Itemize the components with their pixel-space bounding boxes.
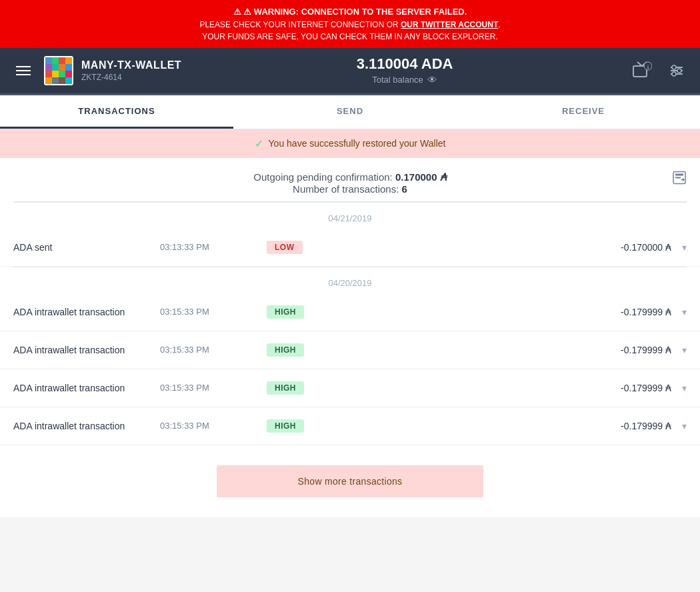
date-label-1: 04/20/2019 (13, 267, 687, 293)
svg-text:↓: ↓ (647, 63, 650, 70)
wallet-avatar (44, 56, 73, 85)
transaction-row[interactable]: ADA intrawallet transaction 03:15:33 PM … (0, 407, 700, 445)
main-content: ✓ You have successfully restored your Wa… (0, 129, 700, 517)
show-more-button[interactable]: Show more transactions (217, 465, 483, 497)
svg-rect-3 (59, 57, 65, 64)
tx-count: 6 (402, 183, 407, 195)
export-button[interactable] (672, 171, 687, 189)
tx-amount: -0.179999 ₳ (621, 345, 671, 355)
expand-icon-1-2[interactable]: ▾ (682, 383, 687, 393)
tab-transactions[interactable]: TRANSACTIONS (0, 95, 233, 129)
success-check-icon: ✓ (255, 137, 263, 150)
tx-name: ADA intrawallet transaction (13, 345, 160, 355)
warning-line2: PLEASE CHECK YOUR INTERNET CONNECTION OR… (13, 19, 687, 31)
tx-badge: LOW (267, 241, 333, 254)
svg-rect-14 (52, 77, 59, 84)
hamburger-line3 (16, 74, 31, 75)
warning-line1: ⚠ ⚠ WARNING: CONNECTION TO THE SERVER FA… (13, 5, 687, 19)
tx-name: ADA intrawallet transaction (13, 307, 160, 317)
svg-rect-10 (52, 71, 59, 77)
svg-rect-6 (52, 64, 59, 71)
tx-count-line: Number of transactions: 6 (13, 183, 687, 195)
transaction-row[interactable]: ADA sent 03:13:33 PM LOW -0.170000 ₳ ▾ (0, 229, 700, 267)
expand-icon-1-3[interactable]: ▾ (682, 421, 687, 431)
wallet-avatar-svg (44, 56, 73, 85)
svg-rect-27 (675, 174, 683, 176)
tx-amount: -0.179999 ₳ (621, 421, 671, 431)
tx-badge: HIGH (267, 343, 333, 357)
svg-rect-28 (675, 177, 681, 179)
settings-icon-svg (668, 62, 685, 79)
tx-amount: -0.179999 ₳ (621, 383, 671, 393)
tx-badge: HIGH (267, 305, 333, 319)
svg-rect-9 (45, 71, 52, 77)
ada-symbol-pending: ₳ (440, 171, 447, 183)
svg-point-25 (672, 72, 676, 76)
svg-rect-11 (59, 71, 65, 77)
svg-rect-2 (52, 57, 59, 64)
header: MANY-TX-WALLET ZKTZ-4614 3.110004 ADA To… (0, 48, 700, 93)
menu-button[interactable] (11, 61, 36, 81)
transaction-row[interactable]: ADA intrawallet transaction 03:15:33 PM … (0, 369, 700, 407)
wallet-receive-icon[interactable]: ↓ (628, 57, 656, 85)
tx-count-label: Number of transactions: (293, 183, 399, 195)
high-badge: HIGH (267, 343, 304, 357)
tx-badge: HIGH (267, 419, 333, 433)
tx-time: 03:15:33 PM (160, 345, 267, 355)
summary: Outgoing pending confirmation: 0.170000 … (0, 158, 700, 201)
pending-line: Outgoing pending confirmation: 0.170000 … (13, 171, 687, 183)
warning-line3: YOUR FUNDS ARE SAFE, YOU CAN CHECK THEM … (13, 31, 687, 43)
pending-label: Outgoing pending confirmation: (253, 171, 392, 183)
balance-label: Total balance 👁 (181, 74, 628, 85)
transaction-group-1: 04/20/2019 ADA intrawallet transaction 0… (0, 267, 700, 445)
header-left: MANY-TX-WALLET ZKTZ-4614 (11, 56, 181, 85)
visibility-toggle[interactable]: 👁 (427, 74, 437, 85)
tx-time: 03:15:33 PM (160, 421, 267, 431)
success-message: You have successfully restored your Wall… (269, 138, 446, 149)
tx-name: ADA intrawallet transaction (13, 421, 160, 431)
expand-icon-1-1[interactable]: ▾ (682, 345, 687, 355)
tab-send[interactable]: SEND (233, 95, 467, 129)
show-more-container: Show more transactions (0, 445, 700, 517)
transaction-row[interactable]: ADA intrawallet transaction 03:15:33 PM … (0, 293, 700, 331)
hamburger-line2 (16, 70, 31, 71)
wallet-id: ZKTZ-4614 (81, 73, 181, 82)
hamburger-line1 (16, 66, 31, 67)
pending-amount: 0.170000 (395, 171, 437, 183)
expand-icon-0-0[interactable]: ▾ (682, 242, 687, 253)
export-icon (672, 171, 687, 185)
twitter-link[interactable]: OUR TWITTER ACCOUNT (401, 20, 498, 29)
svg-rect-8 (65, 64, 72, 71)
svg-rect-7 (59, 64, 65, 71)
high-badge: HIGH (267, 305, 304, 319)
transaction-group-0: 04/21/2019 ADA sent 03:13:33 PM LOW -0.1… (0, 202, 700, 267)
low-badge: LOW (267, 241, 303, 254)
svg-point-23 (672, 65, 676, 69)
svg-rect-15 (59, 77, 65, 84)
tx-amount: -0.170000 ₳ (621, 242, 671, 253)
tx-time: 03:15:33 PM (160, 307, 267, 317)
svg-rect-13 (45, 77, 52, 84)
svg-rect-4 (65, 57, 72, 64)
tx-time: 03:13:33 PM (160, 242, 267, 252)
tx-amount: -0.179999 ₳ (621, 307, 671, 317)
high-badge: HIGH (267, 381, 304, 395)
svg-rect-5 (45, 64, 52, 71)
svg-rect-1 (45, 57, 52, 64)
settings-button[interactable] (664, 58, 689, 83)
tab-receive[interactable]: RECEIVE (467, 95, 700, 129)
svg-rect-16 (65, 77, 72, 84)
svg-rect-12 (65, 71, 72, 77)
header-center: 3.110004 ADA Total balance 👁 (181, 55, 628, 85)
tx-name: ADA sent (13, 242, 160, 253)
balance-amount: 3.110004 ADA (181, 55, 628, 73)
svg-point-24 (677, 69, 681, 73)
tx-name: ADA intrawallet transaction (13, 383, 160, 393)
header-right: ↓ (628, 57, 689, 85)
transaction-row[interactable]: ADA intrawallet transaction 03:15:33 PM … (0, 331, 700, 369)
success-banner: ✓ You have successfully restored your Wa… (0, 129, 700, 158)
expand-icon-1-0[interactable]: ▾ (682, 307, 687, 317)
wallet-name: MANY-TX-WALLET (81, 59, 181, 71)
warning-banner: ⚠ ⚠ WARNING: CONNECTION TO THE SERVER FA… (0, 0, 700, 48)
high-badge: HIGH (267, 419, 304, 433)
